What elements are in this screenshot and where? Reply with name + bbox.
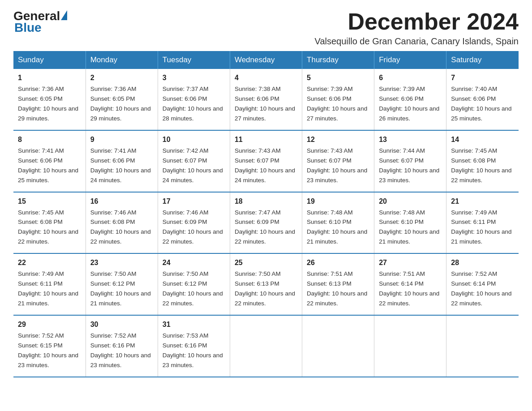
day-number: 21	[451, 196, 514, 207]
day-number: 28	[451, 257, 514, 268]
calendar-day-cell: 29 Sunrise: 7:52 AMSunset: 6:15 PMDaylig…	[13, 315, 86, 377]
calendar-day-cell	[230, 315, 302, 377]
day-number: 12	[307, 134, 369, 145]
calendar-day-cell: 28 Sunrise: 7:52 AMSunset: 6:14 PMDaylig…	[446, 253, 519, 315]
calendar-header-tuesday: Tuesday	[158, 51, 230, 69]
day-info: Sunrise: 7:50 AMSunset: 6:13 PMDaylight:…	[235, 270, 295, 307]
calendar-table: SundayMondayTuesdayWednesdayThursdayFrid…	[13, 51, 519, 377]
day-number: 17	[163, 196, 225, 207]
calendar-week-row: 1 Sunrise: 7:36 AMSunset: 6:05 PMDayligh…	[13, 69, 519, 130]
day-info: Sunrise: 7:50 AMSunset: 6:12 PMDaylight:…	[90, 270, 151, 307]
day-info: Sunrise: 7:41 AMSunset: 6:06 PMDaylight:…	[18, 147, 78, 184]
calendar-day-cell: 8 Sunrise: 7:41 AMSunset: 6:06 PMDayligh…	[13, 130, 86, 192]
calendar-week-row: 22 Sunrise: 7:49 AMSunset: 6:11 PMDaylig…	[13, 253, 519, 315]
day-number: 18	[235, 196, 297, 207]
day-number: 13	[379, 134, 442, 145]
day-info: Sunrise: 7:46 AMSunset: 6:09 PMDaylight:…	[163, 209, 223, 245]
calendar-day-cell: 14 Sunrise: 7:45 AMSunset: 6:08 PMDaylig…	[446, 130, 519, 192]
day-number: 1	[18, 73, 81, 83]
calendar-day-cell	[374, 315, 446, 377]
day-info: Sunrise: 7:49 AMSunset: 6:11 PMDaylight:…	[451, 209, 511, 245]
calendar-day-cell: 26 Sunrise: 7:51 AMSunset: 6:13 PMDaylig…	[302, 253, 374, 315]
day-number: 23	[90, 257, 153, 268]
calendar-header-sunday: Sunday	[13, 51, 86, 69]
calendar-day-cell: 27 Sunrise: 7:51 AMSunset: 6:14 PMDaylig…	[374, 253, 446, 315]
day-number: 29	[18, 319, 81, 330]
day-info: Sunrise: 7:47 AMSunset: 6:09 PMDaylight:…	[235, 209, 295, 245]
calendar-day-cell: 11 Sunrise: 7:43 AMSunset: 6:07 PMDaylig…	[230, 130, 302, 192]
day-info: Sunrise: 7:45 AMSunset: 6:08 PMDaylight:…	[451, 147, 511, 184]
day-number: 22	[18, 257, 81, 268]
day-info: Sunrise: 7:53 AMSunset: 6:16 PMDaylight:…	[163, 332, 223, 368]
calendar-day-cell: 10 Sunrise: 7:42 AMSunset: 6:07 PMDaylig…	[158, 130, 230, 192]
calendar-week-row: 15 Sunrise: 7:45 AMSunset: 6:08 PMDaylig…	[13, 192, 519, 254]
title-block: December 2024 Valsequillo de Gran Canari…	[315, 9, 519, 47]
logo-blue-text: Blue	[13, 21, 42, 35]
calendar-day-cell: 30 Sunrise: 7:52 AMSunset: 6:16 PMDaylig…	[86, 315, 158, 377]
calendar-day-cell	[446, 315, 519, 377]
calendar-day-cell: 21 Sunrise: 7:49 AMSunset: 6:11 PMDaylig…	[446, 192, 519, 254]
location-subtitle: Valsequillo de Gran Canaria, Canary Isla…	[315, 36, 519, 47]
day-info: Sunrise: 7:49 AMSunset: 6:11 PMDaylight:…	[18, 270, 78, 307]
day-info: Sunrise: 7:41 AMSunset: 6:06 PMDaylight:…	[90, 147, 151, 184]
calendar-day-cell: 6 Sunrise: 7:39 AMSunset: 6:06 PMDayligh…	[374, 69, 446, 130]
day-number: 20	[379, 196, 442, 207]
day-info: Sunrise: 7:52 AMSunset: 6:15 PMDaylight:…	[18, 332, 78, 368]
day-info: Sunrise: 7:46 AMSunset: 6:08 PMDaylight:…	[90, 209, 151, 245]
day-info: Sunrise: 7:38 AMSunset: 6:06 PMDaylight:…	[235, 86, 295, 122]
calendar-header-monday: Monday	[86, 51, 158, 69]
day-info: Sunrise: 7:51 AMSunset: 6:13 PMDaylight:…	[307, 270, 367, 307]
calendar-day-cell: 16 Sunrise: 7:46 AMSunset: 6:08 PMDaylig…	[86, 192, 158, 254]
day-number: 6	[379, 73, 442, 83]
day-info: Sunrise: 7:50 AMSunset: 6:12 PMDaylight:…	[163, 270, 223, 307]
calendar-day-cell: 3 Sunrise: 7:37 AMSunset: 6:06 PMDayligh…	[158, 69, 230, 130]
day-number: 8	[18, 134, 81, 145]
calendar-day-cell: 31 Sunrise: 7:53 AMSunset: 6:16 PMDaylig…	[158, 315, 230, 377]
calendar-day-cell: 12 Sunrise: 7:43 AMSunset: 6:07 PMDaylig…	[302, 130, 374, 192]
day-number: 16	[90, 196, 153, 207]
calendar-day-cell: 25 Sunrise: 7:50 AMSunset: 6:13 PMDaylig…	[230, 253, 302, 315]
calendar-day-cell: 9 Sunrise: 7:41 AMSunset: 6:06 PMDayligh…	[86, 130, 158, 192]
day-number: 30	[90, 319, 153, 330]
logo: General Blue	[13, 9, 67, 35]
calendar-day-cell: 19 Sunrise: 7:48 AMSunset: 6:10 PMDaylig…	[302, 192, 374, 254]
calendar-day-cell	[302, 315, 374, 377]
calendar-header-row: SundayMondayTuesdayWednesdayThursdayFrid…	[13, 51, 519, 69]
day-number: 24	[163, 257, 225, 268]
day-number: 2	[90, 73, 153, 83]
calendar-day-cell: 1 Sunrise: 7:36 AMSunset: 6:05 PMDayligh…	[13, 69, 86, 130]
day-number: 25	[235, 257, 297, 268]
day-info: Sunrise: 7:43 AMSunset: 6:07 PMDaylight:…	[307, 147, 367, 184]
day-info: Sunrise: 7:51 AMSunset: 6:14 PMDaylight:…	[379, 270, 439, 307]
day-info: Sunrise: 7:39 AMSunset: 6:06 PMDaylight:…	[307, 86, 367, 122]
day-number: 15	[18, 196, 81, 207]
calendar-day-cell: 13 Sunrise: 7:44 AMSunset: 6:07 PMDaylig…	[374, 130, 446, 192]
calendar-day-cell: 4 Sunrise: 7:38 AMSunset: 6:06 PMDayligh…	[230, 69, 302, 130]
calendar-day-cell: 5 Sunrise: 7:39 AMSunset: 6:06 PMDayligh…	[302, 69, 374, 130]
day-info: Sunrise: 7:37 AMSunset: 6:06 PMDaylight:…	[163, 86, 223, 122]
day-number: 19	[307, 196, 369, 207]
day-number: 26	[307, 257, 369, 268]
day-info: Sunrise: 7:48 AMSunset: 6:10 PMDaylight:…	[379, 209, 439, 245]
logo-triangle-icon	[61, 10, 67, 20]
day-info: Sunrise: 7:40 AMSunset: 6:06 PMDaylight:…	[451, 86, 511, 122]
calendar-day-cell: 23 Sunrise: 7:50 AMSunset: 6:12 PMDaylig…	[86, 253, 158, 315]
calendar-header-saturday: Saturday	[446, 51, 519, 69]
calendar-day-cell: 22 Sunrise: 7:49 AMSunset: 6:11 PMDaylig…	[13, 253, 86, 315]
day-number: 7	[451, 73, 514, 83]
day-number: 9	[90, 134, 153, 145]
calendar-day-cell: 7 Sunrise: 7:40 AMSunset: 6:06 PMDayligh…	[446, 69, 519, 130]
day-info: Sunrise: 7:36 AMSunset: 6:05 PMDaylight:…	[18, 86, 78, 122]
calendar-day-cell: 15 Sunrise: 7:45 AMSunset: 6:08 PMDaylig…	[13, 192, 86, 254]
month-title: December 2024	[315, 9, 519, 34]
calendar-week-row: 8 Sunrise: 7:41 AMSunset: 6:06 PMDayligh…	[13, 130, 519, 192]
day-info: Sunrise: 7:44 AMSunset: 6:07 PMDaylight:…	[379, 147, 439, 184]
calendar-header-wednesday: Wednesday	[230, 51, 302, 69]
header: General Blue December 2024 Valsequillo d…	[13, 9, 519, 47]
day-info: Sunrise: 7:39 AMSunset: 6:06 PMDaylight:…	[379, 86, 439, 122]
calendar-week-row: 29 Sunrise: 7:52 AMSunset: 6:15 PMDaylig…	[13, 315, 519, 377]
day-number: 4	[235, 73, 297, 83]
calendar-day-cell: 24 Sunrise: 7:50 AMSunset: 6:12 PMDaylig…	[158, 253, 230, 315]
calendar-day-cell: 20 Sunrise: 7:48 AMSunset: 6:10 PMDaylig…	[374, 192, 446, 254]
day-number: 11	[235, 134, 297, 145]
